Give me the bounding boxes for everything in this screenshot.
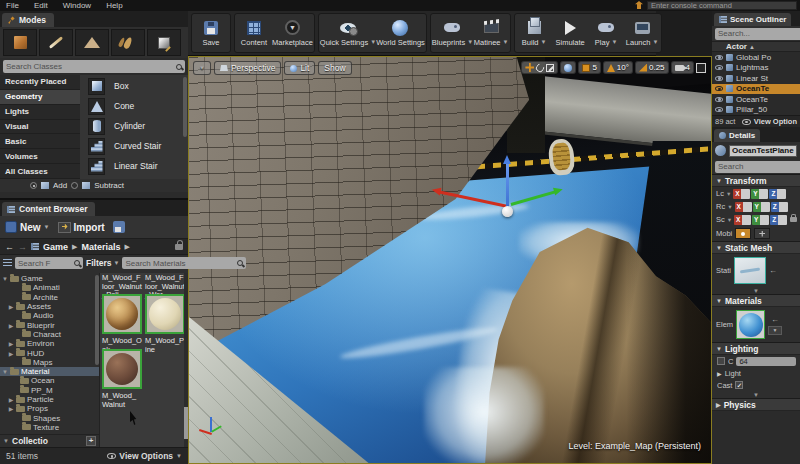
add-collection-button[interactable]: + (86, 436, 96, 446)
outliner-row-selected[interactable]: OceanTe (712, 84, 800, 95)
geometry-item-box[interactable]: Box (88, 76, 188, 96)
simulate-button[interactable]: Simulate (552, 14, 588, 52)
mode-place-button[interactable] (3, 29, 37, 56)
mode-paint-button[interactable] (39, 29, 73, 56)
advanced-expand-icon[interactable]: ▼ (753, 392, 759, 398)
category-geometry[interactable]: Geometry (0, 90, 80, 105)
mobility-static-button[interactable] (735, 228, 751, 239)
folder-hud[interactable]: ▶HUD (0, 348, 99, 357)
category-visual[interactable]: Visual (0, 120, 80, 135)
breadcrumb-materials[interactable]: Materials (81, 242, 120, 252)
visibility-eye-icon[interactable] (715, 65, 723, 70)
outliner-view-options-button[interactable]: View Option (742, 117, 797, 126)
perspective-button[interactable]: Perspective (214, 61, 281, 75)
menu-window[interactable]: Window (63, 1, 91, 10)
maximize-viewport-button[interactable] (696, 63, 706, 73)
tab-content-browser[interactable]: Content Browser (2, 202, 95, 216)
folder-game[interactable]: ▼Game (0, 274, 99, 283)
browse-to-asset-icon[interactable]: ← (769, 266, 777, 275)
folder-tree-scrollbar[interactable] (95, 275, 99, 365)
viewport[interactable]: Level: Example_Map (Persistent) ▼ Perspe… (188, 56, 712, 464)
save-all-icon[interactable] (113, 221, 125, 233)
import-button[interactable]: Import (58, 222, 105, 233)
tab-modes[interactable]: Modes (2, 13, 54, 27)
static-mesh-section-header[interactable]: ▼ Static Mesh (712, 241, 800, 254)
z-value-field[interactable] (777, 189, 786, 199)
outliner-search-input[interactable] (718, 29, 800, 38)
x-value-field[interactable] (743, 202, 752, 212)
outliner-row[interactable]: Linear St (712, 73, 800, 84)
marketplace-button[interactable]: ▼ Marketplace (272, 14, 313, 52)
geometry-item-cylinder[interactable]: Cylinder (88, 116, 188, 136)
view-options-button[interactable]: View Options ▼ (107, 451, 182, 461)
visibility-eye-icon[interactable] (715, 76, 723, 81)
menu-edit[interactable]: Edit (34, 1, 48, 10)
materials-section-header[interactable]: ▼ Materials (712, 294, 800, 307)
content-button[interactable]: Content (236, 14, 272, 52)
viewport-options-button[interactable]: ▼ (193, 61, 211, 75)
browse-to-asset-icon[interactable]: ← (771, 315, 779, 324)
add-radio[interactable] (30, 182, 37, 189)
asset-label[interactable]: M_Wood_Walnut (102, 392, 142, 409)
material-dropdown[interactable]: ▼ (768, 326, 782, 335)
lock-icon[interactable] (175, 244, 183, 250)
build-button[interactable]: Build▼ (516, 14, 552, 52)
outliner-row[interactable]: Lightmas (712, 63, 800, 74)
search-folders-input[interactable] (18, 259, 72, 268)
z-value-field[interactable] (779, 202, 788, 212)
outliner-row[interactable]: OceanTe (712, 94, 800, 105)
move-tool-icon[interactable] (525, 63, 534, 72)
sources-toggle-icon[interactable] (3, 259, 12, 267)
geometry-item-cone[interactable]: Cone (88, 96, 188, 116)
dropdown-caret-icon[interactable]: ▼ (727, 204, 732, 210)
menu-help[interactable]: Help (106, 1, 122, 10)
details-search-input[interactable] (718, 162, 800, 171)
folder-pp-m[interactable]: PP_M (0, 386, 99, 395)
asset-thumbnail-m-wood-pine[interactable] (145, 294, 185, 334)
dropdown-caret-icon[interactable]: ▼ (726, 191, 731, 197)
physics-section-header[interactable]: ▶ Physics (712, 398, 800, 411)
show-button[interactable]: Show (318, 61, 351, 75)
subtract-radio[interactable] (71, 182, 78, 189)
expand-arrow-icon[interactable]: ▶ (717, 370, 722, 377)
transform-section-header[interactable]: ▼ Transform (712, 174, 800, 187)
x-value-field[interactable] (742, 215, 751, 225)
mode-geometry-button[interactable] (147, 29, 181, 56)
world-settings-button[interactable]: World Settings (376, 14, 425, 52)
search-classes-input[interactable] (6, 62, 174, 71)
category-volumes[interactable]: Volumes (0, 149, 80, 164)
path-picker-icon[interactable] (31, 243, 39, 250)
category-basic[interactable]: Basic (0, 134, 80, 149)
menu-file[interactable]: File (6, 1, 19, 10)
geometry-scrollbar[interactable] (183, 77, 187, 137)
lighting-checkbox[interactable] (717, 357, 725, 365)
asset-thumbnail-m-wood-oak[interactable] (102, 294, 142, 334)
dropdown-caret-icon[interactable]: ▼ (727, 217, 732, 223)
y-value-field[interactable] (760, 215, 769, 225)
console-command-input[interactable] (647, 1, 797, 10)
filters-button[interactable]: Filters ▼ (86, 258, 119, 268)
scale-snap-control[interactable]: 0.25 (635, 61, 669, 74)
forward-button[interactable]: → (18, 242, 27, 252)
lighting-section-header[interactable]: ▼ Lighting (712, 342, 800, 355)
folder-blueprints[interactable]: ▶Blueprir (0, 320, 99, 329)
launch-button[interactable]: Launch▼ (624, 14, 660, 52)
mode-landscape-button[interactable] (75, 29, 109, 56)
category-recently-placed[interactable]: Recently Placed (0, 75, 80, 90)
new-asset-button[interactable]: New ▼ (5, 221, 50, 233)
world-local-toggle[interactable] (560, 61, 576, 74)
save-button[interactable]: Save (193, 14, 229, 52)
rotation-snap-control[interactable]: 10° (603, 61, 633, 74)
visibility-eye-icon[interactable] (715, 107, 723, 112)
folder-environments[interactable]: ▶Environ (0, 339, 99, 348)
mobility-movable-button[interactable] (754, 228, 770, 239)
geometry-item-linear-stair[interactable]: Linear Stair (88, 156, 188, 176)
search-assets-input[interactable] (125, 259, 235, 268)
cast-shadows-checkbox[interactable]: ✓ (735, 381, 743, 389)
matinee-button[interactable]: Matinee▼ (473, 14, 509, 52)
material-thumbnail[interactable] (736, 310, 765, 339)
gizmo-z-axis[interactable] (506, 163, 509, 209)
outliner-row[interactable]: Pillar_50 (712, 105, 800, 116)
visibility-eye-icon[interactable] (715, 55, 723, 60)
scale-tool-icon[interactable] (546, 64, 554, 72)
